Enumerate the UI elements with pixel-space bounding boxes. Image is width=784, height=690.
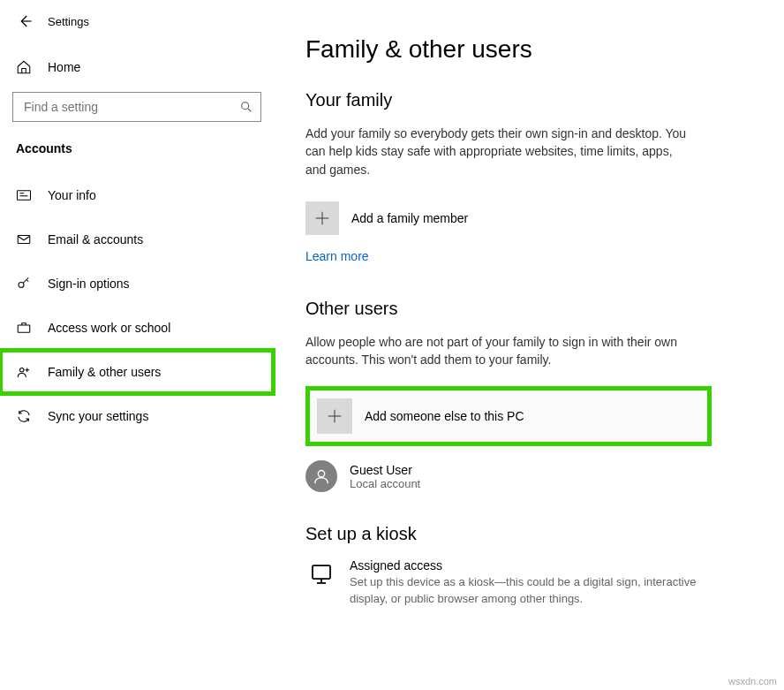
svg-rect-6 xyxy=(18,236,30,244)
plus-icon xyxy=(305,201,339,235)
other-users-description: Allow people who are not part of your fa… xyxy=(305,333,694,369)
nav-label: Family & other users xyxy=(48,365,161,379)
nav-label: Your info xyxy=(48,188,96,202)
app-title: Settings xyxy=(48,15,89,28)
family-heading: Your family xyxy=(305,90,758,110)
sidebar-item-work[interactable]: Access work or school xyxy=(0,306,274,350)
nav-label: Sign-in options xyxy=(48,277,130,291)
home-icon xyxy=(16,59,32,75)
sidebar-item-family[interactable]: Family & other users xyxy=(0,350,274,394)
other-users-heading: Other users xyxy=(305,299,758,319)
category-heading: Accounts xyxy=(0,122,274,164)
watermark: wsxdn.com xyxy=(728,676,777,686)
kiosk-title: Assigned access xyxy=(350,558,703,572)
back-button[interactable] xyxy=(12,9,37,34)
sidebar-item-signin[interactable]: Sign-in options xyxy=(0,262,274,306)
svg-point-16 xyxy=(318,471,324,477)
sidebar-item-sync[interactable]: Sync your settings xyxy=(0,394,274,438)
svg-point-7 xyxy=(19,283,24,288)
sidebar-item-email[interactable]: Email & accounts xyxy=(0,217,274,262)
family-description: Add your family so everybody gets their … xyxy=(305,125,694,178)
svg-line-2 xyxy=(248,109,251,111)
plus-icon xyxy=(317,398,352,434)
learn-more-link[interactable]: Learn more xyxy=(305,249,369,263)
mail-icon xyxy=(16,231,32,247)
home-label: Home xyxy=(48,60,80,74)
svg-point-9 xyxy=(20,368,25,373)
main-panel: Family & other users Your family Add you… xyxy=(274,0,784,690)
key-icon xyxy=(16,276,32,292)
search-input-wrap[interactable] xyxy=(12,92,261,122)
sidebar: Settings Home Accounts Your info xyxy=(0,0,274,690)
person-card-icon xyxy=(16,187,32,203)
svg-rect-17 xyxy=(313,565,330,579)
nav-list: Your info Email & accounts Sign-in optio… xyxy=(0,173,274,438)
assigned-access-button[interactable]: Assigned access Set up this device as a … xyxy=(305,558,758,606)
user-type: Local account xyxy=(350,477,420,490)
add-other-user-button[interactable]: Add someone else to this PC xyxy=(305,386,712,446)
user-name: Guest User xyxy=(350,463,420,477)
kiosk-icon xyxy=(305,558,337,590)
kiosk-heading: Set up a kiosk xyxy=(305,524,758,544)
sidebar-item-home[interactable]: Home xyxy=(0,49,274,85)
add-family-member-button[interactable]: Add a family member xyxy=(305,196,758,240)
sync-icon xyxy=(16,408,32,424)
nav-label: Email & accounts xyxy=(48,232,143,246)
add-family-label: Add a family member xyxy=(351,211,468,225)
svg-rect-3 xyxy=(18,191,31,201)
search-icon xyxy=(239,100,253,114)
add-other-label: Add someone else to this PC xyxy=(365,409,524,423)
briefcase-icon xyxy=(16,320,32,336)
nav-label: Access work or school xyxy=(48,321,170,335)
nav-label: Sync your settings xyxy=(48,409,148,423)
arrow-left-icon xyxy=(17,13,33,29)
sidebar-item-your-info[interactable]: Your info xyxy=(0,173,274,217)
user-entry-guest[interactable]: Guest User Local account xyxy=(305,455,758,497)
avatar-icon xyxy=(305,460,337,492)
people-icon xyxy=(16,364,32,380)
svg-point-1 xyxy=(242,102,249,110)
page-title: Family & other users xyxy=(305,35,758,64)
kiosk-description: Set up this device as a kiosk—this could… xyxy=(350,574,703,606)
search-input[interactable] xyxy=(22,99,230,115)
svg-rect-8 xyxy=(18,325,30,332)
